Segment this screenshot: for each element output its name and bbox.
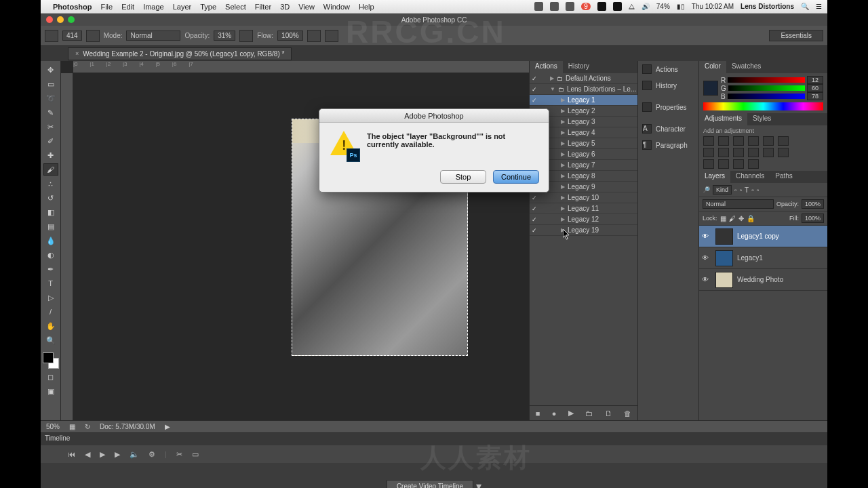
fill-field[interactable]: 100% — [802, 214, 824, 223]
tab-swatches[interactable]: Swatches — [726, 61, 766, 73]
opacity-field[interactable]: 31% — [214, 30, 235, 41]
r-value[interactable]: 12 — [807, 76, 823, 84]
pressure-size-icon[interactable] — [325, 30, 338, 42]
tab-actions[interactable]: Actions — [530, 61, 563, 73]
action-set-row[interactable]: ✓▶🗀Default Actions — [530, 73, 637, 84]
layer-filter-select[interactable]: Kind — [713, 185, 732, 195]
adj-icon[interactable] — [733, 148, 744, 157]
menu-edit[interactable]: Edit — [121, 3, 134, 11]
chevron-down-icon[interactable]: ▾ — [476, 480, 481, 489]
tool-preset-icon[interactable] — [45, 30, 58, 42]
action-item-row[interactable]: ✓▶Legacy 11 — [530, 203, 637, 214]
tab-styles[interactable]: Styles — [747, 113, 776, 125]
action-set-row[interactable]: ✓▼🗀Lens Distortions – Le... — [530, 84, 637, 95]
eraser-tool[interactable]: ◧ — [43, 206, 58, 218]
dock-properties[interactable]: Properties — [638, 99, 698, 115]
cloud-icon[interactable] — [566, 2, 574, 11]
adj-icon[interactable] — [748, 148, 759, 157]
tab-channels[interactable]: Channels — [730, 171, 770, 183]
dodge-tool[interactable]: ◐ — [43, 249, 58, 261]
menu-filter[interactable]: Filter — [255, 3, 271, 11]
app-icon[interactable] — [597, 2, 606, 11]
airbrush-icon[interactable] — [307, 30, 321, 42]
go-start-icon[interactable]: ⏮ — [68, 450, 75, 458]
app-menu[interactable]: Photoshop — [53, 3, 92, 11]
marquee-tool[interactable]: ▭ — [43, 78, 58, 90]
menubar-extra-icon[interactable] — [534, 2, 543, 11]
menu-window[interactable]: Window — [323, 3, 350, 11]
filter-icon[interactable]: T — [745, 186, 749, 194]
create-video-timeline-button[interactable]: Create Video Timeline — [387, 480, 473, 489]
trash-icon[interactable]: 🗑 — [624, 409, 631, 418]
zoom-level[interactable]: 50% — [46, 423, 60, 430]
lock-position-icon[interactable]: ✥ — [738, 215, 744, 222]
volume-icon[interactable]: 🔊 — [642, 3, 650, 10]
settings-icon[interactable]: ⚙ — [149, 450, 155, 459]
filter-icon[interactable]: ▫ — [757, 186, 760, 194]
layer-row[interactable]: 👁Wedding Photo — [699, 269, 827, 291]
dock-actions[interactable]: Actions — [638, 61, 698, 77]
b-slider[interactable] — [728, 94, 805, 99]
blend-mode-select[interactable]: Normal — [126, 30, 180, 41]
adj-icon[interactable] — [703, 136, 714, 146]
adj-icon[interactable] — [748, 159, 759, 169]
audio-icon[interactable]: 🔈 — [130, 450, 139, 459]
stamp-tool[interactable]: ⛬ — [43, 178, 58, 190]
blur-tool[interactable]: 💧 — [43, 235, 58, 247]
layer-row[interactable]: 👁Legacy1 — [699, 247, 827, 269]
filter-icon[interactable]: ▫ — [734, 186, 737, 194]
adj-icon[interactable] — [718, 136, 729, 146]
history-brush-tool[interactable]: ↺ — [43, 192, 58, 204]
layer-thumbnail[interactable] — [715, 250, 733, 266]
foreground-swatch[interactable] — [703, 81, 718, 96]
continue-button[interactable]: Continue — [493, 170, 539, 184]
adj-icon[interactable] — [733, 159, 744, 169]
type-tool[interactable]: T — [43, 277, 58, 289]
menubar-clock[interactable]: Thu 10:02 AM — [692, 3, 734, 10]
lasso-tool[interactable]: ➰ — [43, 92, 58, 104]
transition-icon[interactable]: ▭ — [192, 450, 199, 459]
b-value[interactable]: 78 — [807, 92, 823, 100]
adj-icon[interactable] — [748, 136, 759, 146]
menu-view[interactable]: View — [298, 3, 315, 11]
pen-tool[interactable]: ✒ — [43, 263, 58, 275]
play-icon[interactable]: ▶ — [100, 450, 105, 459]
tab-paths[interactable]: Paths — [770, 171, 798, 183]
color-spectrum[interactable] — [703, 102, 823, 110]
action-item-row[interactable]: ✓▶Legacy 19 — [530, 225, 637, 236]
visibility-icon[interactable]: 👁 — [702, 254, 711, 262]
tab-color[interactable]: Color — [699, 61, 726, 73]
action-item-row[interactable]: ✓▶Legacy 10 — [530, 192, 637, 203]
doc-size-label[interactable]: Doc: 5.73M/30.0M — [100, 423, 155, 430]
brush-tool[interactable]: 🖌 — [43, 163, 58, 176]
prev-frame-icon[interactable]: ◀ — [85, 450, 90, 459]
window-zoom-button[interactable] — [68, 16, 75, 23]
close-tab-icon[interactable]: × — [75, 50, 79, 57]
hand-tool[interactable]: ✋ — [43, 320, 58, 332]
status-icon[interactable]: ↻ — [85, 423, 90, 430]
layer-thumbnail[interactable] — [715, 272, 733, 288]
menubar-app-right[interactable]: Lens Distortions — [741, 3, 794, 10]
quick-select-tool[interactable]: ✎ — [43, 106, 58, 119]
zoom-tool[interactable]: 🔍 — [43, 334, 58, 346]
screen-mode-icon[interactable]: ▣ — [43, 385, 58, 397]
next-frame-icon[interactable]: ▶ — [115, 450, 120, 459]
shape-tool[interactable]: / — [43, 306, 58, 318]
tab-history[interactable]: History — [563, 61, 595, 73]
menu-select[interactable]: Select — [225, 3, 246, 11]
tab-layers[interactable]: Layers — [699, 171, 730, 183]
layer-blend-select[interactable]: Normal — [703, 199, 774, 209]
menu-image[interactable]: Image — [143, 3, 164, 11]
notification-badge[interactable]: 9 — [581, 3, 591, 10]
adj-icon[interactable] — [718, 159, 729, 169]
new-action-icon[interactable]: 🗋 — [605, 409, 612, 418]
quick-mask-icon[interactable]: ◻ — [43, 371, 58, 383]
menu-help[interactable]: Help — [359, 3, 374, 11]
lock-transparency-icon[interactable]: ▦ — [720, 215, 726, 222]
visibility-icon[interactable]: 👁 — [702, 232, 711, 240]
status-icon[interactable]: ▦ — [69, 423, 75, 430]
menu-type[interactable]: Type — [200, 3, 216, 11]
gradient-tool[interactable]: ▤ — [43, 220, 58, 232]
adj-icon[interactable] — [763, 136, 774, 146]
stop-recording-icon[interactable]: ■ — [536, 409, 540, 418]
